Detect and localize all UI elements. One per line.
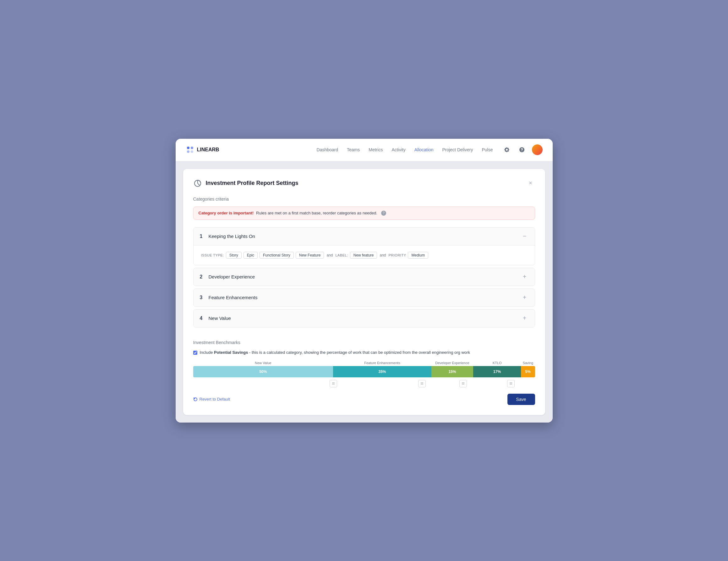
nav-links: Dashboard Teams Metrics Activity Allocat…	[317, 147, 493, 152]
category-header-3[interactable]: 3 Feature Enhancements +	[194, 289, 535, 306]
tag-story[interactable]: Story	[226, 252, 242, 259]
include-savings-desc: - this is a calculated category, showing…	[248, 350, 470, 355]
drag-handle-lines-4	[510, 382, 512, 384]
tag-medium[interactable]: Medium	[408, 252, 428, 259]
close-button[interactable]: ×	[526, 179, 535, 188]
drag-handle-lines-2	[421, 382, 423, 384]
alert-info-icon[interactable]: ?	[381, 211, 386, 216]
drag-handle-lines-1	[332, 382, 335, 384]
benchmarks-section: Investment Benchmarks Include Potential …	[193, 340, 535, 405]
nav-project-delivery[interactable]: Project Delivery	[442, 147, 473, 152]
bar-label-ktlo: KTLO	[473, 361, 521, 365]
potential-savings-bold: Potential Savings	[214, 350, 248, 355]
category-num-3: 3	[200, 295, 209, 300]
nav-icons	[502, 144, 543, 155]
connector-and-1: and	[326, 253, 333, 258]
bar-segment-dev-exp: 15%	[431, 366, 473, 377]
revert-button[interactable]: Revert to Default	[193, 397, 230, 401]
panel-title: Investment Profile Report Settings	[206, 180, 298, 187]
drag-handle-1[interactable]	[330, 380, 337, 387]
category-num-1: 1	[200, 234, 209, 239]
nav-dashboard[interactable]: Dashboard	[317, 147, 338, 152]
alert-banner: Category order is important! Rules are m…	[193, 207, 535, 220]
save-button[interactable]: Save	[507, 394, 535, 405]
settings-icon[interactable]	[502, 145, 512, 155]
include-savings-checkbox[interactable]	[193, 351, 197, 355]
revert-label: Revert to Default	[200, 397, 230, 401]
priority-label: PRIORITY	[389, 253, 406, 257]
categories-section-title: Categories criteria	[193, 197, 535, 202]
bar-segment-ktlo: 17%	[473, 366, 521, 377]
svg-point-1	[191, 147, 193, 149]
bar-label-dev-exp: Developer Experience	[431, 361, 473, 365]
app-window: LINEARB Dashboard Teams Metrics Activity…	[176, 139, 553, 422]
drag-handle-3[interactable]	[459, 380, 467, 387]
category-name-2: Developer Experience	[209, 274, 521, 280]
category-item-3: 3 Feature Enhancements +	[193, 288, 535, 307]
user-avatar[interactable]	[532, 144, 543, 155]
panel-title-row: Investment Profile Report Settings	[193, 179, 298, 188]
drag-handles	[193, 378, 535, 389]
category-collapse-1[interactable]: −	[521, 233, 528, 240]
category-header-1[interactable]: 1 Keeping the Lights On −	[194, 228, 535, 245]
nav-pulse[interactable]: Pulse	[482, 147, 493, 152]
label-label: LABEL:	[335, 253, 348, 257]
bar-segment-saving: 5%	[521, 366, 535, 377]
category-expand-3[interactable]: +	[521, 294, 528, 301]
alert-text: Rules are met on a first match base, reo…	[256, 211, 377, 215]
logo: LINEARB	[186, 145, 219, 154]
logo-text: LINEARB	[197, 147, 219, 153]
drag-handle-4[interactable]	[507, 380, 515, 387]
bar-label-saving: Saving	[521, 361, 535, 365]
criteria-tags-1: ISSUE TYPE: Story Epic Functional Story …	[201, 252, 527, 259]
category-name-1: Keeping the Lights On	[209, 234, 521, 239]
nav-teams[interactable]: Teams	[347, 147, 360, 152]
bar-label-feature: Feature Enhancements	[333, 361, 431, 365]
include-savings-text: Include Potential Savings - this is a ca…	[200, 350, 470, 355]
logo-icon	[186, 145, 194, 154]
bar-segment-new-value: 50%	[193, 366, 333, 377]
category-expand-2[interactable]: +	[521, 273, 528, 280]
category-num-4: 4	[200, 315, 209, 321]
category-name-3: Feature Enhancements	[209, 295, 521, 300]
actions-row: Revert to Default Save	[193, 394, 535, 405]
bar-label-new-value: New Value	[193, 361, 333, 365]
help-icon[interactable]	[517, 145, 527, 155]
bar-segment-feature: 35%	[333, 366, 431, 377]
category-item-4: 4 New Value +	[193, 309, 535, 327]
svg-point-2	[187, 150, 189, 153]
category-expand-4[interactable]: +	[521, 314, 528, 322]
svg-point-0	[187, 147, 189, 149]
categories-list: 1 Keeping the Lights On − ISSUE TYPE: St…	[193, 227, 535, 327]
benchmark-bar: 50% 35% 15% 17% 5%	[193, 366, 535, 377]
connector-and-2: and	[379, 253, 386, 258]
categories-criteria-section: Categories criteria Category order is im…	[193, 197, 535, 327]
tag-new-feature[interactable]: New Feature	[296, 252, 324, 259]
category-header-2[interactable]: 2 Developer Experience +	[194, 268, 535, 286]
main-content: Investment Profile Report Settings × Cat…	[176, 161, 553, 422]
tag-epic[interactable]: Epic	[244, 252, 258, 259]
svg-point-3	[191, 150, 193, 153]
category-num-2: 2	[200, 274, 209, 280]
category-item-2: 2 Developer Experience +	[193, 268, 535, 286]
tag-functional-story[interactable]: Functional Story	[260, 252, 294, 259]
drag-handle-lines-3	[462, 382, 464, 384]
panel-header: Investment Profile Report Settings ×	[193, 179, 535, 188]
category-header-4[interactable]: 4 New Value +	[194, 309, 535, 327]
category-body-1: ISSUE TYPE: Story Epic Functional Story …	[194, 245, 535, 265]
drag-handle-2[interactable]	[418, 380, 426, 387]
nav-metrics[interactable]: Metrics	[369, 147, 383, 152]
benchmarks-title: Investment Benchmarks	[193, 340, 535, 345]
category-item-1: 1 Keeping the Lights On − ISSUE TYPE: St…	[193, 227, 535, 265]
nav-activity[interactable]: Activity	[391, 147, 405, 152]
issue-type-label: ISSUE TYPE:	[201, 253, 224, 257]
revert-icon	[193, 397, 198, 401]
alert-bold: Category order is important!	[199, 211, 254, 215]
top-nav: LINEARB Dashboard Teams Metrics Activity…	[176, 139, 553, 161]
settings-panel: Investment Profile Report Settings × Cat…	[183, 169, 545, 415]
include-savings-row: Include Potential Savings - this is a ca…	[193, 350, 535, 355]
category-name-4: New Value	[209, 315, 521, 321]
nav-allocation[interactable]: Allocation	[414, 147, 434, 152]
tag-new-feature-label[interactable]: New feature	[350, 252, 377, 259]
report-icon	[193, 179, 202, 188]
